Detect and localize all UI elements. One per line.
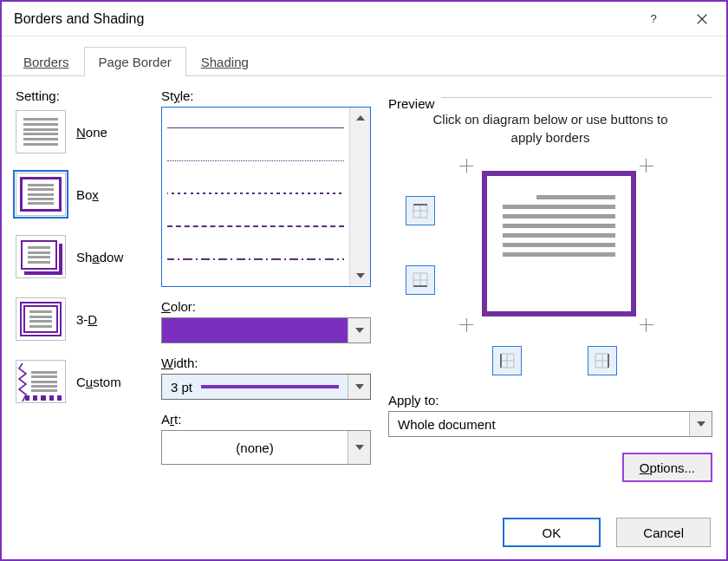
ok-button[interactable]: OK — [503, 518, 601, 547]
color-label: Color: — [161, 299, 371, 314]
width-combo[interactable]: 3 pt — [161, 374, 371, 400]
setting-none[interactable]: None — [16, 110, 154, 153]
width-value: 3 pt — [171, 380, 192, 395]
scroll-up-icon[interactable] — [350, 108, 370, 128]
color-swatch — [162, 318, 348, 342]
chevron-down-icon[interactable] — [348, 431, 370, 464]
style-scrollbar[interactable] — [349, 108, 370, 286]
applyto-value: Whole document — [398, 417, 496, 432]
applyto-label: Apply to: — [388, 393, 712, 408]
setting-3d-icon — [16, 297, 66, 341]
close-button[interactable] — [678, 2, 726, 36]
preview-diagram[interactable] — [461, 159, 652, 332]
style-label: Style: — [161, 88, 371, 103]
tab-shading[interactable]: Shading — [186, 47, 263, 76]
setting-box-icon — [16, 173, 66, 216]
edge-right-button[interactable] — [588, 346, 617, 375]
setting-shadow-icon — [16, 235, 66, 278]
preview-instruction: Click on diagram below or use buttons to… — [423, 110, 678, 147]
style-listbox[interactable] — [161, 107, 371, 287]
setting-custom[interactable]: Custom — [16, 360, 154, 403]
svg-rect-19 — [608, 354, 609, 368]
edge-left-button[interactable] — [492, 346, 522, 375]
setting-3d[interactable]: 3-D — [16, 297, 154, 341]
applyto-combo[interactable]: Whole document — [388, 411, 712, 437]
art-label: Art: — [161, 412, 371, 427]
width-sample — [201, 385, 339, 388]
edge-bottom-button[interactable] — [406, 265, 435, 295]
chevron-down-icon[interactable] — [348, 318, 370, 342]
tab-page-border[interactable]: Page Border — [84, 47, 186, 76]
borders-shading-dialog: Borders and Shading ? Borders Page Borde… — [0, 0, 728, 561]
tab-bar: Borders Page Border Shading — [2, 40, 726, 76]
setting-shadow[interactable]: Shadow — [16, 235, 154, 278]
svg-text:?: ? — [651, 13, 657, 25]
color-combo[interactable] — [161, 317, 371, 343]
cancel-button[interactable]: Cancel — [616, 518, 711, 547]
titlebar: Borders and Shading ? — [2, 2, 726, 36]
chevron-down-icon[interactable] — [348, 375, 370, 399]
preview-label: Preview — [388, 96, 441, 111]
scroll-down-icon[interactable] — [350, 265, 370, 286]
art-value: (none) — [236, 440, 273, 455]
tab-borders[interactable]: Borders — [9, 47, 84, 76]
svg-rect-7 — [413, 285, 427, 287]
setting-box[interactable]: Box — [16, 173, 154, 216]
dialog-title: Borders and Shading — [14, 11, 629, 27]
svg-rect-1 — [413, 204, 427, 205]
svg-rect-13 — [500, 354, 502, 368]
help-button[interactable]: ? — [629, 2, 678, 36]
options-button[interactable]: Options... — [622, 453, 712, 482]
setting-custom-icon — [16, 360, 66, 403]
setting-none-icon — [16, 110, 66, 153]
edge-top-button[interactable] — [406, 196, 435, 225]
chevron-down-icon[interactable] — [689, 412, 712, 436]
width-label: Width: — [161, 356, 371, 370]
setting-label: Setting: — [16, 88, 154, 103]
art-combo[interactable]: (none) — [161, 430, 371, 465]
